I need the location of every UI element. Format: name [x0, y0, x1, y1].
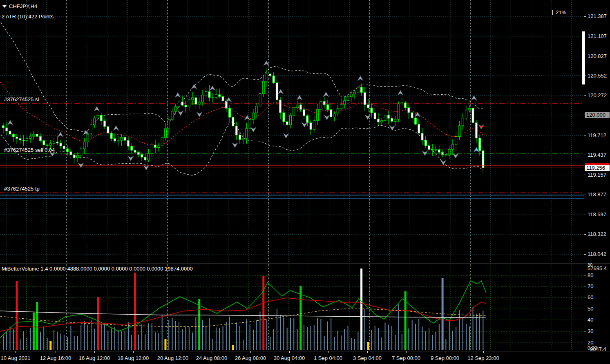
candle-body [22, 140, 25, 141]
candle-body [306, 116, 308, 123]
candle-body [198, 102, 200, 104]
fractal-up-arrow-icon [113, 126, 119, 131]
mt4-chart-window: CHFJPY,H4 2 ATR (10):422 Points 21% #376… [0, 0, 610, 364]
time-axis-tick [367, 351, 368, 353]
candle-body [394, 119, 396, 121]
time-axis-label: 10 Aug 2021 [0, 355, 30, 361]
candle-body [401, 103, 403, 104]
volume-scale-label: 80 [588, 272, 593, 278]
candle-body [299, 105, 302, 109]
price-axis-label: 118.877 [588, 191, 606, 198]
candle-body [29, 136, 31, 138]
candle-body [127, 140, 129, 146]
candle-body [276, 83, 278, 100]
candle-body [43, 141, 45, 145]
price-axis-highlight-badge: 120.000 [585, 112, 610, 118]
candle-body [438, 150, 440, 153]
time-axis-label: 30 Aug 04:00 [274, 355, 305, 361]
candle-body [174, 107, 177, 111]
volume-scale-label: 40 [588, 317, 593, 323]
candle-body [387, 115, 389, 118]
time-axis-label: 26 Aug 08:00 [235, 355, 266, 361]
price-axis-label: 118.042 [588, 251, 606, 257]
price-axis[interactable]: 121.387121.107120.827120.552120.272120.0… [584, 0, 610, 351]
time-axis-tick [289, 351, 290, 353]
price-axis-label: 120.827 [588, 53, 607, 59]
candle-body [12, 134, 14, 137]
candle-body [259, 93, 261, 106]
chevron-down-icon [2, 5, 7, 8]
candle-body [374, 113, 376, 119]
candle-body [367, 104, 369, 108]
candle-body [158, 146, 160, 147]
time-axis-label: 12 Sep 23:00 [467, 355, 499, 361]
candle-body [384, 115, 386, 120]
volume-scale-label: 30 [588, 328, 593, 334]
candle-body [431, 150, 433, 151]
candle-body [333, 114, 335, 117]
volume-axis-overlap-top: 30 [588, 262, 592, 267]
candle-body [117, 140, 119, 141]
candle-body [192, 98, 194, 100]
panel-divider[interactable] [0, 264, 610, 264]
time-axis-tick [212, 351, 212, 353]
candle-body [411, 113, 413, 118]
candle-body [320, 101, 322, 109]
candle-body [164, 129, 166, 138]
fractal-up-arrow-icon [471, 95, 477, 100]
candle-body [195, 98, 197, 104]
candle-body [340, 104, 342, 109]
fractal-up-arrow-icon [297, 95, 302, 100]
chart-surface[interactable] [0, 0, 584, 351]
candle-body [435, 150, 437, 151]
price-axis-label: 120.552 [588, 73, 607, 79]
candle-body [381, 120, 383, 122]
candle-body [296, 105, 298, 108]
candle-body [73, 155, 75, 158]
candle-body [239, 135, 241, 140]
candle-body [208, 92, 210, 98]
candle-body [67, 149, 69, 152]
time-axis-tick [94, 351, 95, 353]
candle-body [60, 143, 62, 146]
candle-body [188, 100, 190, 107]
fractal-down-arrow-icon [128, 156, 134, 161]
buy-signal-arrow-icon [474, 147, 479, 152]
candle-body [154, 145, 156, 147]
candle-body [181, 102, 183, 105]
candle-body [36, 134, 38, 137]
candle-body [171, 111, 173, 120]
candle-body [131, 146, 133, 150]
time-axis-label: 20 Aug 12:00 [157, 355, 189, 361]
candle-body [83, 142, 85, 149]
candle-body [310, 122, 312, 129]
candle-body [56, 142, 58, 143]
time-axis-label: 7 Sep 00:00 [392, 355, 420, 361]
price-axis-scrollbar[interactable] [582, 31, 585, 84]
candle-body [110, 133, 112, 138]
fractal-up-arrow-icon [94, 107, 100, 111]
bollinger-upper-band [0, 16, 483, 132]
atr-indicator-label: 2 ATR (10):422 Points [2, 13, 54, 20]
fractal-down-arrow-icon [302, 122, 307, 127]
candle-body [479, 138, 481, 151]
price-axis-tick [584, 195, 586, 195]
price-axis-tick [584, 254, 586, 255]
fractal-down-arrow-icon [232, 143, 238, 148]
candle-body [97, 115, 99, 118]
candle-body [344, 101, 346, 105]
percent-marker: 21% [552, 9, 566, 16]
candle-body [256, 106, 258, 113]
candle-body [418, 124, 420, 133]
symbol-selector[interactable]: CHFJPY,H4 [2, 3, 37, 9]
price-axis-label: 119.437 [588, 152, 606, 158]
candle-body [326, 104, 328, 109]
candle-body [451, 144, 454, 149]
candle-body [2, 126, 4, 128]
candle-body [350, 94, 352, 97]
candle-body [482, 151, 484, 168]
time-axis[interactable]: 10 Aug 202112 Aug 16:0016 Aug 12:0018 Au… [0, 351, 610, 364]
candle-body [6, 128, 8, 131]
price-axis-label: 119.157 [588, 172, 606, 178]
candle-body [289, 115, 291, 125]
